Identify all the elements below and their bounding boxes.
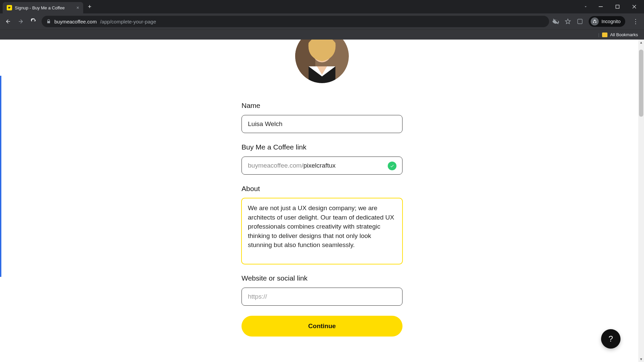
tab-search-icon[interactable] [580, 1, 592, 12]
incognito-badge[interactable]: Incognito [589, 16, 625, 27]
link-prefix: buymeacoffee.com/ [248, 162, 303, 169]
browser-tab[interactable]: Signup - Buy Me a Coffee × [3, 2, 83, 13]
incognito-label: Incognito [601, 19, 621, 24]
link-input[interactable]: buymeacoffee.com/pixelcraftux [241, 157, 402, 175]
incognito-icon [591, 17, 599, 25]
new-tab-button[interactable]: + [83, 3, 96, 10]
scroll-up-icon[interactable]: ▲ [638, 40, 644, 45]
page-content: Name Buy Me a Coffee link buymeacoffee.c… [0, 40, 644, 362]
close-tab-icon[interactable]: × [76, 5, 79, 10]
chrome-menu-button[interactable]: ⋮ [631, 18, 641, 25]
link-label: Buy Me a Coffee link [241, 143, 402, 151]
reload-button[interactable] [29, 17, 38, 26]
lock-icon [46, 19, 51, 24]
about-label: About [241, 185, 402, 193]
forward-button[interactable] [16, 17, 25, 26]
url-domain: buymeacoffee.com [54, 19, 97, 24]
website-input[interactable] [241, 288, 402, 306]
continue-button[interactable]: Continue [241, 316, 402, 337]
all-bookmarks-button[interactable]: All Bookmarks [610, 32, 638, 37]
checkmark-icon [388, 162, 396, 170]
website-label: Website or social link [241, 274, 402, 282]
url-path: /app/complete-your-page [100, 19, 156, 24]
maximize-window-button[interactable] [610, 1, 625, 12]
about-textarea[interactable] [241, 198, 402, 264]
svg-rect-0 [599, 6, 603, 7]
svg-rect-2 [578, 19, 582, 24]
close-window-button[interactable] [627, 1, 642, 12]
back-button[interactable] [3, 17, 13, 26]
name-label: Name [241, 102, 402, 110]
scrollbar[interactable]: ▲ ▼ [638, 40, 644, 362]
bookmarks-bar: | All Bookmarks [0, 29, 644, 40]
eye-slash-icon[interactable] [552, 18, 559, 25]
folder-icon [602, 33, 607, 37]
svg-rect-1 [616, 5, 619, 8]
name-input[interactable] [241, 115, 402, 133]
tab-title: Signup - Buy Me a Coffee [15, 5, 65, 10]
coffee-favicon-icon [7, 5, 12, 10]
extensions-icon[interactable] [577, 18, 583, 25]
tab-strip: Signup - Buy Me a Coffee × + [0, 0, 644, 13]
help-button[interactable]: ? [601, 329, 621, 349]
star-icon[interactable] [565, 18, 571, 25]
minimize-window-button[interactable] [593, 1, 608, 12]
link-value: pixelcraftux [303, 162, 335, 169]
side-accent [0, 76, 1, 277]
address-bar: buymeacoffee.com/app/complete-your-page … [0, 13, 644, 29]
url-input[interactable]: buymeacoffee.com/app/complete-your-page [42, 16, 549, 27]
avatar[interactable] [295, 40, 349, 83]
scroll-thumb[interactable] [639, 50, 643, 117]
scroll-down-icon[interactable]: ▼ [638, 356, 644, 362]
